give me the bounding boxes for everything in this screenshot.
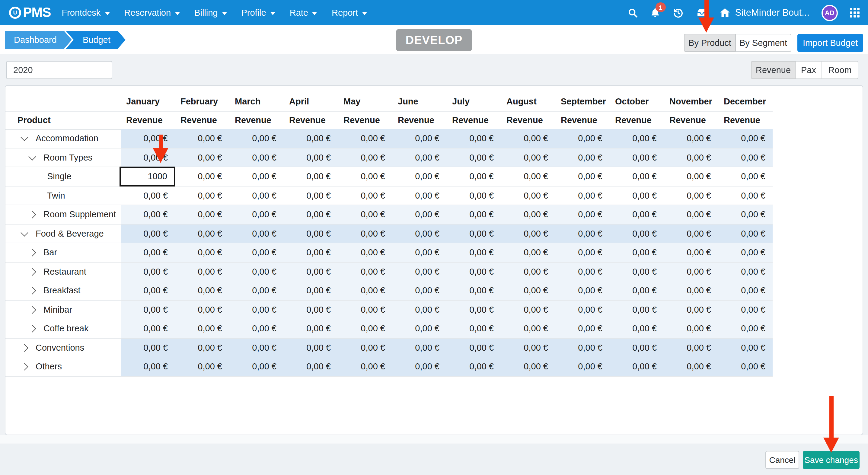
budget-cell[interactable]: 0,00 € [284,357,338,376]
budget-cell[interactable]: 0,00 € [392,319,447,338]
product-label-minibar[interactable]: Minibar [43,300,72,319]
product-label-conventions[interactable]: Conventions [36,338,84,357]
budget-cell[interactable]: 0,00 € [664,205,718,224]
budget-cell[interactable]: 0,00 € [121,148,175,166]
budget-cell[interactable]: 0,00 € [392,338,447,357]
budget-cell[interactable]: 0,00 € [229,205,284,224]
budget-cell[interactable]: 0,00 € [284,224,338,243]
budget-cell[interactable]: 0,00 € [338,205,392,224]
budget-cell[interactable]: 0,00 € [610,338,664,357]
budget-cell[interactable]: 0,00 € [284,186,338,204]
budget-cell[interactable]: 0,00 € [229,319,284,338]
budget-cell[interactable]: 0,00 € [664,167,718,186]
budget-cell[interactable]: 0,00 € [121,281,175,300]
budget-cell[interactable]: 0,00 € [501,148,555,166]
budget-cell[interactable]: 0,00 € [610,224,664,243]
budget-cell[interactable]: 0,00 € [555,300,610,319]
budget-cell[interactable]: 0,00 € [392,281,447,300]
menu-rate[interactable]: Rate [282,0,324,25]
budget-cell[interactable]: 0,00 € [501,167,555,186]
budget-cell[interactable]: 0,00 € [392,129,447,148]
budget-cell[interactable]: 0,00 € [555,281,610,300]
budget-cell[interactable]: 0,00 € [175,243,229,262]
budget-cell[interactable]: 0,00 € [447,148,501,166]
budget-cell[interactable]: 0,00 € [610,129,664,148]
budget-cell[interactable]: 0,00 € [610,262,664,281]
budget-cell[interactable]: 0,00 € [284,205,338,224]
budget-cell[interactable]: 0,00 € [610,319,664,338]
budget-cell[interactable]: 0,00 € [447,224,501,243]
budget-cell[interactable]: 0,00 € [121,186,175,204]
tab-pax[interactable]: Pax [796,61,822,79]
budget-cell[interactable]: 0,00 € [447,186,501,204]
search-icon[interactable] [628,7,638,18]
chevron-right-icon[interactable] [28,325,36,332]
budget-cell[interactable]: 0,00 € [284,148,338,166]
budget-cell[interactable]: 0,00 € [610,167,664,186]
budget-cell[interactable]: 0,00 € [175,281,229,300]
budget-cell[interactable]: 0,00 € [229,224,284,243]
budget-cell[interactable]: 0,00 € [229,281,284,300]
budget-cell[interactable]: 0,00 € [610,357,664,376]
budget-cell[interactable]: 0,00 € [447,167,501,186]
menu-reservation[interactable]: Reservation [117,0,187,25]
year-input[interactable] [6,61,112,79]
budget-cell[interactable]: 0,00 € [447,357,501,376]
budget-cell[interactable]: 0,00 € [610,281,664,300]
property-switcher[interactable]: SiteMinder Bout... [719,7,809,18]
budget-cell[interactable]: 0,00 € [664,319,718,338]
history-icon[interactable] [673,7,684,19]
budget-cell[interactable]: 0,00 € [501,129,555,148]
budget-cell[interactable]: 0,00 € [610,300,664,319]
budget-cell[interactable]: 0,00 € [610,205,664,224]
budget-cell[interactable]: 0,00 € [229,129,284,148]
budget-cell[interactable]: 0,00 € [175,148,229,166]
budget-cell[interactable]: 0,00 € [175,205,229,224]
budget-cell[interactable]: 0,00 € [718,186,773,204]
chevron-right-icon[interactable] [28,211,36,218]
budget-cell[interactable]: 0,00 € [664,129,718,148]
budget-cell[interactable]: 0,00 € [447,205,501,224]
chevron-right-icon[interactable] [21,344,28,351]
inbox-icon[interactable] [696,8,707,18]
tab-room[interactable]: Room [822,61,858,79]
chevron-right-icon[interactable] [28,268,36,275]
budget-cell[interactable]: 0,00 € [718,262,773,281]
budget-cell[interactable]: 0,00 € [447,300,501,319]
budget-cell[interactable]: 0,00 € [392,167,447,186]
budget-cell[interactable]: 0,00 € [175,300,229,319]
budget-cell[interactable]: 0,00 € [338,129,392,148]
budget-cell[interactable]: 0,00 € [447,129,501,148]
menu-report[interactable]: Report [324,0,374,25]
budget-cell-editing[interactable]: 1000 [120,166,175,186]
budget-cell[interactable]: 0,00 € [175,129,229,148]
budget-cell[interactable]: 0,00 € [501,357,555,376]
budget-cell[interactable]: 0,00 € [229,357,284,376]
budget-cell[interactable]: 0,00 € [284,262,338,281]
budget-cell[interactable]: 0,00 € [501,338,555,357]
menu-frontdesk[interactable]: Frontdesk [54,0,117,25]
budget-cell[interactable]: 0,00 € [447,281,501,300]
budget-cell[interactable]: 0,00 € [338,262,392,281]
budget-cell[interactable]: 0,00 € [175,357,229,376]
budget-cell[interactable]: 0,00 € [284,167,338,186]
budget-cell[interactable]: 0,00 € [501,186,555,204]
budget-cell[interactable]: 0,00 € [392,186,447,204]
budget-cell[interactable]: 0,00 € [392,148,447,166]
by-segment-button[interactable]: By Segment [736,34,791,52]
product-label-food-beverage[interactable]: Food & Beverage [36,224,104,243]
budget-cell[interactable]: 0,00 € [718,224,773,243]
budget-cell[interactable]: 0,00 € [284,243,338,262]
budget-cell[interactable]: 0,00 € [555,205,610,224]
budget-cell[interactable]: 0,00 € [284,129,338,148]
budget-cell[interactable]: 0,00 € [555,319,610,338]
product-label-breakfast[interactable]: Breakfast [43,281,81,300]
budget-cell[interactable]: 0,00 € [229,262,284,281]
budget-cell[interactable]: 0,00 € [664,357,718,376]
budget-cell[interactable]: 0,00 € [447,319,501,338]
budget-cell[interactable]: 0,00 € [229,186,284,204]
budget-cell[interactable]: 0,00 € [718,281,773,300]
chevron-right-icon[interactable] [28,249,36,256]
budget-cell[interactable]: 0,00 € [555,262,610,281]
menu-billing[interactable]: Billing [187,0,234,25]
